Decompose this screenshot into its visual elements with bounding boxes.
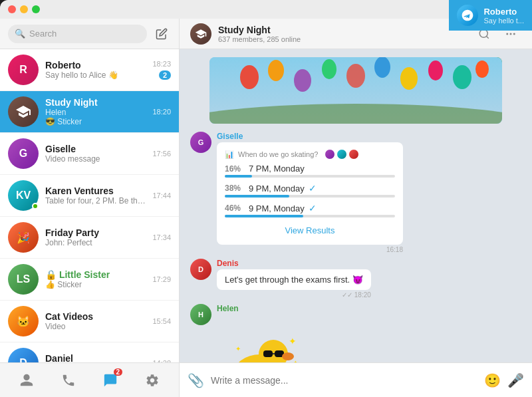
- avatar-friday: 🎉: [8, 222, 39, 253]
- search-icon: 🔍: [15, 29, 25, 39]
- poll-check-3: ✓: [309, 203, 317, 213]
- poll-check-2: ✓: [309, 183, 317, 194]
- svg-text:✦: ✦: [293, 360, 298, 362]
- chat-item-karen[interactable]: KV Karen Ventures Table for four, 2 PM. …: [0, 175, 179, 217]
- nav-calls[interactable]: [55, 367, 82, 394]
- close-button[interactable]: [8, 5, 16, 13]
- msg-time-giselle: 16:18: [217, 246, 403, 253]
- poll-bar-bg-3: [225, 215, 395, 217]
- chat-name-daniel: Daniel: [45, 353, 146, 362]
- poll-label: 📊 When do we go skating?: [225, 149, 395, 160]
- msg-body-denis: Denis Let's get through the exams first.…: [217, 259, 371, 299]
- poll-voter-1: [325, 149, 335, 160]
- message-input[interactable]: [211, 375, 477, 386]
- poll-pct-2: 38%: [225, 184, 245, 193]
- chat-item-roberto[interactable]: R Roberto Say hello to Alice 👋 18:23 2: [0, 49, 179, 91]
- avatar-giselle: G: [8, 138, 39, 169]
- chat-name-cat: Cat Videos: [45, 311, 146, 322]
- poll-bar-1: [225, 175, 252, 178]
- avatar-study-night: [8, 96, 39, 127]
- svg-point-15: [475, 61, 489, 78]
- chat-item-daniel[interactable]: D Daniel Do you have any idea what 14:28: [0, 342, 179, 362]
- svg-text:✦: ✦: [235, 345, 241, 352]
- traffic-lights: [8, 5, 40, 13]
- poll-text-3: 9 PM, Monday: [249, 203, 305, 213]
- message-giselle-poll: G Giselle 📊 When do we go skating?: [190, 132, 521, 253]
- chat-list: R Roberto Say hello to Alice 👋 18:23 2 S…: [0, 49, 179, 362]
- chat-name-roberto: Roberto: [45, 60, 146, 70]
- chat-meta-friday: 17:34: [152, 233, 171, 241]
- nav-chats[interactable]: 2: [97, 367, 124, 394]
- top-right-status: Say hello t...: [483, 17, 524, 25]
- chat-name-giselle: Giselle: [45, 144, 146, 154]
- poll-option-3: 46% 9 PM, Monday ✓: [225, 203, 395, 217]
- chat-preview-friday: John: Perfect: [45, 238, 146, 247]
- msg-bubble-denis: Let's get through the exams first. 😈: [217, 269, 371, 290]
- chat-name-study: Study Night: [45, 97, 146, 108]
- poll-bar-2: [225, 195, 289, 198]
- svg-point-1: [506, 33, 508, 35]
- chat-preview-study: Helen😎 Sticker: [45, 108, 146, 126]
- avatar-sister: LS: [8, 264, 39, 295]
- poll-option-1-label: 16% 7 PM, Monday: [225, 164, 395, 174]
- chat-time-daniel: 14:28: [152, 359, 171, 362]
- avatar-helen-msg: H: [190, 304, 211, 325]
- chat-time-cat: 15:54: [152, 317, 171, 325]
- chat-item-sister[interactable]: LS 🔒 Little Sister 👍 Sticker 17:29: [0, 259, 179, 301]
- search-bar[interactable]: 🔍 Search: [8, 25, 147, 43]
- chat-meta-roberto: 18:23 2: [152, 60, 171, 80]
- poll-option-2: 38% 9 PM, Monday ✓: [225, 183, 395, 198]
- nav-contacts[interactable]: [13, 367, 40, 394]
- chat-item-friday[interactable]: 🎉 Friday Party John: Perfect 17:34: [0, 217, 179, 259]
- svg-point-3: [513, 33, 515, 35]
- chat-time-sister: 17:29: [152, 275, 171, 283]
- chat-meta-cat: 15:54: [152, 317, 171, 325]
- messages-container: G Giselle 📊 When do we go skating?: [180, 49, 532, 362]
- chat-meta-sister: 17:29: [152, 275, 171, 283]
- svg-text:✦: ✦: [289, 336, 297, 346]
- poll-bar-bg-2: [225, 195, 395, 198]
- msg-time-denis: ✓✓ 18:20: [217, 291, 371, 299]
- chat-header-name: Study Night: [218, 25, 467, 35]
- minimize-button[interactable]: [20, 5, 28, 13]
- top-right-name: Roberto: [483, 7, 524, 17]
- chat-item-cat[interactable]: 🐱 Cat Videos Video 15:54: [0, 301, 179, 342]
- maximize-button[interactable]: [32, 5, 40, 13]
- top-right-user: Roberto Say hello t...: [449, 0, 532, 31]
- chat-meta-giselle: 17:56: [152, 150, 171, 158]
- view-results-btn[interactable]: View Results: [225, 223, 395, 238]
- poll-pct-1: 16%: [225, 164, 245, 174]
- top-right-avatar: [457, 5, 478, 26]
- chat-item-giselle[interactable]: G Giselle Video message 17:56: [0, 133, 179, 175]
- avatar-roberto: R: [8, 55, 39, 85]
- attach-button[interactable]: 📎: [188, 372, 204, 388]
- chat-content-study: Study Night Helen😎 Sticker: [45, 97, 146, 126]
- chat-preview-giselle: Video message: [45, 154, 146, 164]
- balloons-image: [209, 57, 502, 124]
- nav-chats-badge: 2: [114, 368, 123, 376]
- nav-settings[interactable]: [139, 367, 166, 394]
- compose-button[interactable]: [152, 25, 171, 43]
- chat-item-study-night[interactable]: Study Night Helen😎 Sticker 18:20: [0, 91, 179, 133]
- svg-point-9: [322, 59, 336, 79]
- chat-header-sub: 637 members, 285 online: [218, 35, 467, 43]
- chat-content-daniel: Daniel Do you have any idea what: [45, 353, 146, 362]
- message-denis: D Denis Let's get through the exams firs…: [190, 259, 521, 299]
- poll-pct-3: 46%: [225, 203, 245, 213]
- avatar-cat: 🐱: [8, 306, 39, 336]
- chat-name-friday: Friday Party: [45, 227, 146, 238]
- svg-point-2: [510, 33, 512, 35]
- hero-image-container: [190, 57, 521, 126]
- titlebar: Roberto Say hello t...: [0, 0, 532, 19]
- online-indicator-karen: [32, 203, 39, 209]
- top-right-info: Roberto Say hello t...: [483, 7, 524, 25]
- poll-bar-bg-1: [225, 175, 395, 178]
- poll-text-2: 9 PM, Monday: [249, 184, 305, 194]
- msg-sender-helen: Helen: [217, 304, 303, 313]
- chat-header-avatar: [190, 23, 211, 45]
- mic-button[interactable]: 🎤: [507, 372, 524, 388]
- svg-point-10: [346, 64, 365, 88]
- poll-option-2-label: 38% 9 PM, Monday ✓: [225, 183, 395, 194]
- emoji-button[interactable]: 🙂: [484, 372, 501, 388]
- avatar-daniel: D: [8, 348, 39, 362]
